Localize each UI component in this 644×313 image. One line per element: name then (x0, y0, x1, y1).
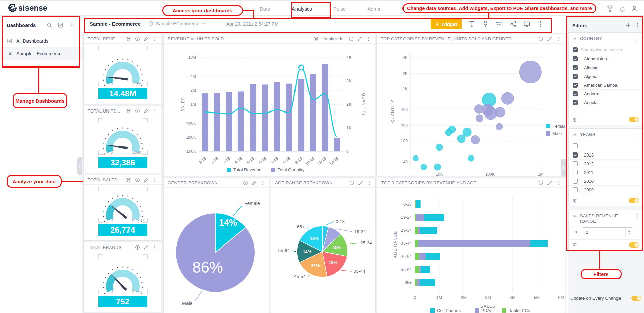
checkbox-checked[interactable] (573, 83, 578, 88)
collapse-filters-handle[interactable]: ❯ (561, 159, 566, 177)
edit-pencil-icon[interactable] (143, 36, 149, 42)
info-icon[interactable] (135, 36, 140, 42)
add-text-icon[interactable] (468, 20, 475, 28)
sidebar-item-sample-ecommerce[interactable]: Sample - Ecommerce (0, 47, 82, 60)
filter-item-row[interactable]: Andorra (569, 90, 642, 98)
tab-data[interactable]: Data (258, 2, 272, 16)
add-filter-icon[interactable] (625, 22, 631, 28)
checkbox-checked[interactable] (573, 152, 578, 158)
filter-enabled-toggle[interactable] (629, 198, 639, 203)
checkbox-unchecked[interactable] (573, 187, 578, 192)
info-icon[interactable] (135, 244, 140, 250)
datasource-selector[interactable]: Sample ECommerce (148, 20, 205, 26)
gender-pie-chart[interactable]: 14%86%FemaleMale (164, 188, 269, 313)
info-icon[interactable] (538, 36, 544, 42)
range-value-input[interactable]: 0▲▼ (582, 227, 633, 237)
filter-enabled-toggle[interactable] (629, 242, 639, 248)
present-monitor-icon[interactable] (523, 20, 530, 28)
edit-pencil-icon[interactable] (547, 36, 552, 42)
filter-enabled-toggle[interactable] (629, 117, 639, 122)
tab-pulse[interactable]: Pulse (332, 2, 347, 16)
info-icon[interactable] (135, 108, 140, 114)
chevron-down-icon[interactable] (572, 132, 577, 137)
filter-item-row[interactable]: American Samoa (569, 81, 642, 90)
trash-icon[interactable] (572, 242, 578, 248)
user-profile-icon[interactable] (631, 5, 638, 12)
filter-item-row[interactable]: Afghanistan (569, 55, 642, 63)
collapse-dashboards-handle[interactable]: ❮ (77, 157, 82, 175)
chevron-down-icon[interactable] (572, 213, 577, 219)
kebab-menu-icon[interactable] (366, 180, 372, 186)
edit-pencil-icon[interactable] (143, 177, 149, 183)
checkbox-checked[interactable] (573, 91, 578, 96)
kebab-menu-icon[interactable] (555, 36, 561, 42)
analyze-it-owl-icon[interactable] (126, 36, 131, 42)
search-icon[interactable] (46, 22, 53, 28)
kebab-menu-icon[interactable] (634, 132, 640, 137)
checkbox-unchecked[interactable] (573, 161, 578, 166)
info-icon[interactable] (538, 180, 544, 186)
age-pie-chart[interactable]: 15%19%21%14%18%0-1819-2425-3435-4445-545… (271, 188, 375, 313)
notifications-bell-icon[interactable] (619, 5, 626, 12)
restyle-brush-icon[interactable] (482, 20, 489, 28)
add-dashboard-icon[interactable] (69, 22, 75, 28)
export-pdf-icon[interactable]: PDF (496, 20, 503, 28)
kebab-menu-icon[interactable] (634, 36, 640, 41)
trash-icon[interactable] (572, 198, 578, 204)
update-on-change-toggle[interactable] (631, 296, 641, 301)
kebab-menu-icon[interactable] (152, 244, 158, 250)
analyze-it-owl-icon[interactable] (126, 177, 131, 183)
kebab-menu-icon[interactable] (152, 177, 158, 183)
bubble-chart[interactable]: 401002004001K2K4K10K100K1MQUANTITYFemale… (377, 44, 565, 176)
tab-analytics[interactable]: Analytics (290, 2, 313, 16)
analyze-it-label[interactable]: Analyze It (323, 36, 342, 41)
checkbox-checked[interactable] (573, 100, 578, 105)
filter-search-input[interactable]: Start typing to search... (581, 47, 626, 52)
info-icon[interactable] (135, 177, 140, 183)
kebab-menu-icon[interactable] (366, 36, 371, 42)
usage-analytics-icon[interactable] (606, 5, 614, 12)
kebab-menu-icon[interactable] (152, 108, 158, 114)
filters-kebab-icon[interactable] (635, 22, 641, 28)
filter-item-row[interactable]: 2013 (569, 151, 642, 160)
add-widget-button[interactable]: Widget (431, 19, 462, 29)
trash-icon[interactable] (572, 117, 578, 122)
edit-pencil-icon[interactable] (143, 244, 149, 250)
filter-item-row[interactable]: 2010 (569, 177, 642, 186)
edit-pencil-icon[interactable] (357, 36, 363, 42)
more-kebab-icon[interactable] (537, 20, 544, 28)
select-icon[interactable] (57, 22, 64, 28)
checkbox-unchecked[interactable] (573, 170, 578, 175)
filter-item-row[interactable]: Angola (569, 98, 642, 107)
spinner-down-icon[interactable]: ▼ (628, 232, 631, 235)
checkbox-unchecked[interactable] (573, 179, 578, 184)
stacked-bar-chart[interactable]: 01M2M3M4M5M6M0-1819-2425-3435-4445-5455-… (377, 188, 565, 313)
kebab-menu-icon[interactable] (634, 213, 640, 219)
filter-item-row[interactable]: 2009 (569, 186, 642, 194)
kebab-menu-icon[interactable] (555, 180, 561, 186)
filter-item-row[interactable]: 2011 (569, 168, 642, 177)
filter-item-row[interactable]: Albania (569, 63, 642, 72)
edit-pencil-icon[interactable] (251, 180, 257, 186)
info-icon[interactable] (243, 180, 248, 186)
checkbox-checked[interactable] (573, 47, 578, 52)
kebab-menu-icon[interactable] (260, 180, 266, 186)
sisense-logo[interactable]: sisense (8, 4, 47, 13)
edit-pencil-icon[interactable] (143, 108, 149, 114)
combo-chart[interactable]: 100K200K400K1M2M4M10M01K2K3K4K1-132-133-… (164, 44, 375, 176)
chevron-down-icon[interactable] (572, 36, 577, 41)
filter-item-row[interactable]: 2012 (569, 160, 642, 168)
tab-admin[interactable]: Admin (366, 2, 383, 16)
checkbox-checked[interactable] (573, 74, 578, 79)
analyze-it-owl-icon[interactable] (126, 108, 131, 114)
edit-pencil-icon[interactable] (358, 180, 363, 186)
info-icon[interactable] (349, 180, 355, 186)
share-icon[interactable] (509, 20, 517, 28)
sidebar-item-all-dashboards[interactable]: All Dashboards (0, 35, 82, 47)
kebab-menu-icon[interactable] (152, 36, 158, 42)
number-spinner[interactable]: ▲▼ (625, 228, 633, 237)
filter-item-row[interactable]: Algeria (569, 72, 642, 81)
checkbox-checked[interactable] (573, 65, 578, 70)
checkbox-checked[interactable] (573, 56, 578, 61)
info-icon[interactable] (348, 36, 354, 42)
